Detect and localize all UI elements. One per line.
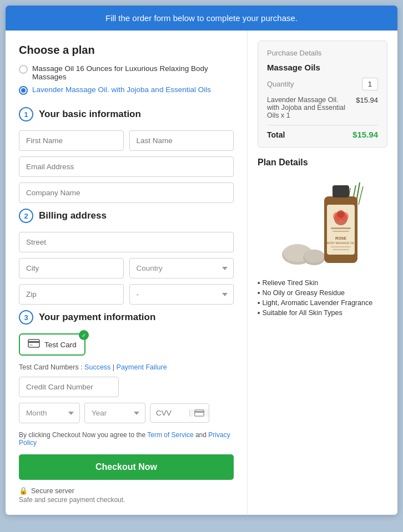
plan-option-2[interactable]: Lavender Massage Oil. with Jojoba and Es…: [19, 85, 234, 95]
terms-text: By clicking Checkout Now you agree to th…: [19, 431, 234, 447]
feature-4-text: Suitable for All Skin Types: [262, 309, 342, 317]
svg-point-19: [337, 210, 345, 218]
terms-between: and: [194, 431, 209, 439]
radio-inner-dot: [21, 88, 26, 93]
qty-row: Quantity 1: [267, 78, 378, 90]
credit-card-icon: [28, 339, 40, 350]
bullet-3: •: [258, 299, 260, 307]
product-line: Lavender Massage Oil. with Jojoba and Es…: [267, 96, 378, 119]
svg-rect-25: [333, 249, 349, 250]
plan-option-1[interactable]: Massage Oil 16 Ounces for Luxurious Rela…: [19, 64, 234, 81]
company-input[interactable]: [19, 183, 234, 203]
secure-server-row: 🔒 Secure server: [19, 487, 234, 495]
street-input[interactable]: [19, 232, 234, 252]
last-name-input[interactable]: [129, 130, 234, 151]
email-row: [19, 156, 234, 177]
svg-rect-21: [333, 231, 349, 232]
city-input[interactable]: [19, 258, 124, 278]
section-1-number: 1: [19, 107, 33, 121]
section-3-number: 3: [19, 310, 33, 325]
purchase-details-title: Purchase Details: [267, 49, 378, 57]
company-field: [19, 183, 234, 203]
feature-3-text: Light, Aromatic Lavender Fragrance: [262, 299, 372, 307]
plan-option-1-label: Massage Oil 16 Ounces for Luxurious Rela…: [32, 64, 234, 81]
street-row: [19, 232, 234, 252]
card-label: Test Card: [44, 341, 77, 349]
main-content: Choose a plan Massage Oil 16 Ounces for …: [6, 31, 397, 515]
product-line-name: Lavender Massage Oil. with Jojoba and Es…: [267, 96, 356, 119]
svg-rect-1: [28, 341, 39, 343]
secure-server-text: Secure server: [31, 487, 74, 495]
qty-label: Quantity: [267, 80, 294, 88]
section-1-title: Your basic information: [39, 109, 141, 120]
svg-point-8: [304, 250, 324, 263]
card-option-box[interactable]: Test Card ✓: [19, 333, 85, 356]
success-link[interactable]: Success: [84, 363, 110, 371]
street-field: [19, 232, 234, 252]
radio-selected: [19, 86, 28, 95]
svg-rect-0: [28, 340, 39, 347]
name-row: [19, 130, 234, 151]
total-row: Total $15.94: [267, 130, 378, 139]
product-name: Massage Oils: [267, 63, 378, 72]
failure-link[interactable]: Payment Failure: [117, 363, 167, 371]
payment-row: Month Year: [19, 403, 234, 423]
state-select[interactable]: -: [129, 284, 234, 305]
section-2-title: Billing address: [39, 210, 107, 221]
city-field: [19, 258, 124, 278]
test-card-numbers: Test Card Numbers : Success | Payment Fa…: [19, 363, 234, 371]
left-panel: Choose a plan Massage Oil 16 Ounces for …: [6, 31, 248, 515]
credit-card-input[interactable]: [19, 377, 119, 397]
year-select[interactable]: Year: [84, 403, 145, 423]
checkout-button[interactable]: Checkout Now: [19, 454, 234, 480]
country-select[interactable]: Country: [129, 258, 234, 278]
terms-before: By clicking Checkout Now you agree to th…: [19, 431, 147, 439]
first-name-field: [19, 130, 124, 151]
bullet-2: •: [258, 289, 260, 297]
svg-rect-20: [331, 227, 351, 229]
feature-2-text: No Oily or Greasy Residue: [262, 289, 345, 297]
section-3-header: 3 Your payment information: [19, 310, 234, 325]
svg-rect-2: [29, 344, 33, 346]
svg-rect-4: [195, 411, 204, 412]
feature-4: •Suitable for All Skin Types: [258, 309, 387, 317]
zip-input[interactable]: [19, 284, 124, 305]
feature-3: •Light, Aromatic Lavender Fragrance: [258, 299, 387, 307]
product-features: •Relieve Tired Skin •No Oily or Greasy R…: [258, 279, 387, 317]
plan-option-2-label: Lavender Massage Oil. with Jojoba and Es…: [32, 85, 211, 94]
page-wrapper: Fill the order form below to complete yo…: [6, 6, 397, 515]
cvv-wrapper: [150, 403, 209, 423]
section-1-header: 1 Your basic information: [19, 107, 234, 121]
safe-text: Safe and secure payment checkout.: [19, 496, 234, 504]
bullet-4: •: [258, 309, 260, 317]
email-input[interactable]: [19, 156, 234, 177]
feature-1: •Relieve Tired Skin: [258, 279, 387, 287]
last-name-field: [129, 130, 234, 151]
zip-field: [19, 284, 124, 305]
credit-card-number-field: [19, 377, 234, 403]
city-country-row: Country: [19, 258, 234, 278]
total-label: Total: [267, 130, 285, 139]
zip-state-row: -: [19, 284, 234, 305]
cvv-card-icon: [189, 409, 209, 417]
section-2-header: 2 Billing address: [19, 209, 234, 223]
tos-link[interactable]: Term of Service: [147, 431, 193, 439]
test-card-label: Test Card Numbers :: [19, 363, 83, 371]
product-image-area: ROSE BODY MASSAGE OIL: [258, 174, 387, 271]
total-price: $15.94: [352, 130, 378, 139]
email-field: [19, 156, 234, 177]
month-select[interactable]: Month: [19, 403, 80, 423]
svg-text:ROSE: ROSE: [335, 236, 346, 240]
company-row: [19, 183, 234, 203]
section-2-number: 2: [19, 209, 33, 223]
state-field: -: [129, 284, 234, 305]
divider: [267, 125, 378, 125]
svg-rect-14: [333, 185, 349, 197]
section-3-title: Your payment information: [39, 312, 155, 323]
cvv-input[interactable]: [150, 404, 189, 422]
first-name-input[interactable]: [19, 130, 124, 151]
separator: |: [113, 363, 117, 371]
banner-text: Fill the order form below to complete yo…: [105, 13, 298, 23]
radio-unselected: [19, 65, 28, 74]
card-option-area: Test Card ✓: [19, 333, 234, 363]
